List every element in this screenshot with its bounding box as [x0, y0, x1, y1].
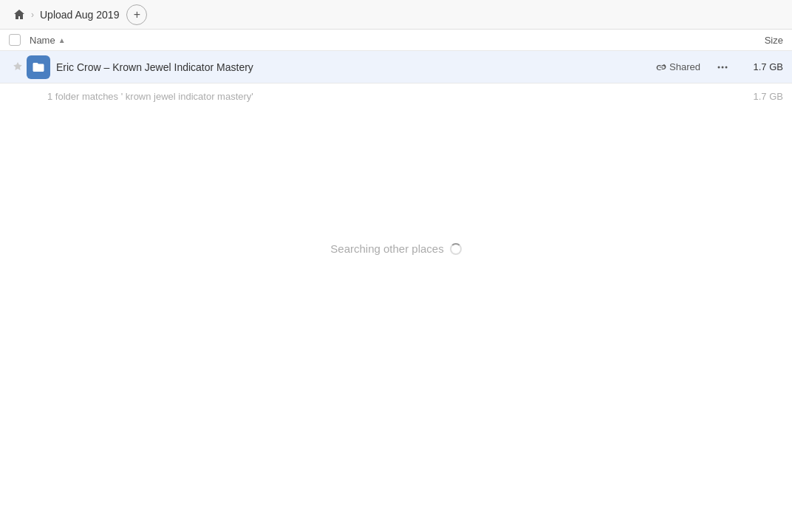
size-column-header[interactable]: Size [724, 35, 783, 46]
checkbox-unchecked-icon[interactable] [9, 34, 21, 46]
match-summary-text: 1 folder matches ' krown jewel indicator… [47, 91, 253, 102]
file-name-label: Eric Crow – Krown Jewel Indicator Master… [56, 61, 656, 73]
name-column-label: Name [30, 35, 55, 46]
searching-section: Searching other places [0, 242, 792, 255]
breadcrumb-label[interactable]: Upload Aug 2019 [35, 6, 123, 24]
column-headers: Name ▲ Size [0, 30, 792, 51]
more-options-button[interactable] [712, 57, 733, 78]
svg-point-2 [726, 66, 728, 68]
shared-label: Shared [669, 61, 700, 72]
name-column-header[interactable]: Name ▲ [30, 35, 724, 46]
file-folder-icon [27, 55, 50, 79]
file-row[interactable]: Eric Crow – Krown Jewel Indicator Master… [0, 51, 792, 83]
svg-point-0 [718, 66, 720, 68]
add-button[interactable]: + [126, 4, 147, 25]
searching-text: Searching other places [330, 242, 443, 255]
star-button[interactable] [9, 61, 27, 73]
match-summary: 1 folder matches ' krown jewel indicator… [0, 83, 792, 109]
shared-badge: Shared [656, 61, 700, 72]
breadcrumb-separator: › [31, 10, 34, 20]
match-summary-size: 1.7 GB [754, 91, 783, 102]
size-column-label: Size [765, 35, 783, 46]
file-size-label: 1.7 GB [739, 61, 783, 72]
sort-arrow-icon: ▲ [58, 36, 66, 44]
loading-spinner [450, 243, 462, 255]
top-bar: › Upload Aug 2019 + [0, 0, 792, 30]
select-all-checkbox[interactable] [9, 34, 30, 46]
svg-point-1 [722, 66, 724, 68]
home-button[interactable] [9, 4, 30, 25]
